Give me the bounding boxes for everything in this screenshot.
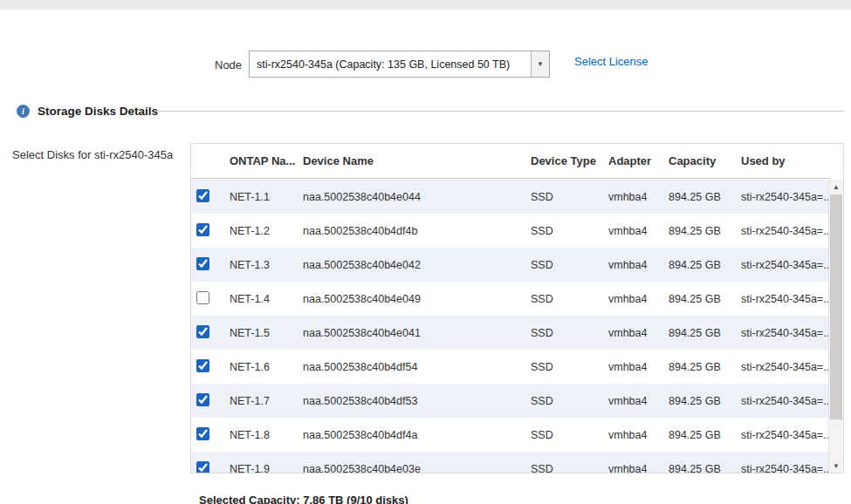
checkbox-cell bbox=[191, 325, 230, 341]
disk-table: ONTAP Na... Device Name Device Type Adap… bbox=[190, 143, 844, 473]
device-name-cell: naa.5002538c40b4df53 bbox=[303, 395, 531, 407]
section-divider bbox=[157, 111, 844, 112]
capacity-cell: 894.25 GB bbox=[669, 293, 741, 305]
checkbox-cell bbox=[191, 223, 230, 239]
used-by-cell: sti-rx2540-345a=... bbox=[741, 361, 830, 373]
used-by-cell: sti-rx2540-345a=... bbox=[741, 259, 830, 271]
ontap-name-cell: NET-1.9 bbox=[230, 463, 303, 474]
adapter-cell: vmhba4 bbox=[608, 429, 669, 441]
capacity-cell: 894.25 GB bbox=[669, 361, 741, 373]
table-row: NET-1.2 naa.5002538c40b4df4b SSD vmhba4 … bbox=[191, 214, 830, 248]
checkbox-cell bbox=[191, 427, 230, 443]
disk-checkbox[interactable] bbox=[196, 291, 209, 304]
scroll-up-icon[interactable]: ▲ bbox=[829, 180, 843, 194]
ontap-name-cell: NET-1.1 bbox=[230, 191, 303, 203]
info-icon: i bbox=[17, 105, 30, 118]
device-name-cell: naa.5002538c40b4e041 bbox=[303, 327, 531, 339]
ontap-name-cell: NET-1.8 bbox=[230, 429, 303, 441]
adapter-cell: vmhba4 bbox=[608, 327, 669, 339]
chevron-down-icon[interactable]: ▼ bbox=[531, 51, 549, 77]
disk-checkbox[interactable] bbox=[196, 461, 209, 474]
ontap-name-cell: NET-1.5 bbox=[230, 327, 303, 339]
adapter-cell: vmhba4 bbox=[608, 395, 669, 407]
device-name-cell: naa.5002538c40b4df4b bbox=[303, 225, 531, 237]
column-header-device-type: Device Type bbox=[531, 154, 608, 167]
ontap-name-cell: NET-1.4 bbox=[230, 293, 303, 305]
disk-checkbox[interactable] bbox=[196, 189, 209, 202]
column-header-capacity: Capacity bbox=[669, 154, 741, 167]
column-header-device-name: Device Name bbox=[303, 154, 531, 167]
adapter-cell: vmhba4 bbox=[608, 361, 669, 373]
disk-checkbox[interactable] bbox=[196, 223, 209, 236]
disk-checkbox[interactable] bbox=[196, 427, 209, 440]
node-label: Node bbox=[215, 58, 242, 72]
device-type-cell: SSD bbox=[531, 293, 608, 305]
capacity-cell: 894.25 GB bbox=[669, 463, 741, 474]
scrollbar-thumb[interactable] bbox=[830, 194, 842, 419]
device-type-cell: SSD bbox=[531, 259, 608, 271]
table-scrollbar[interactable]: ▲ ▼ bbox=[828, 180, 843, 473]
checkbox-cell bbox=[191, 359, 230, 375]
adapter-cell: vmhba4 bbox=[608, 225, 669, 237]
used-by-cell: sti-rx2540-345a=... bbox=[741, 429, 830, 441]
used-by-cell: sti-rx2540-345a=... bbox=[741, 463, 830, 474]
disk-checkbox[interactable] bbox=[196, 257, 209, 270]
disk-checkbox[interactable] bbox=[196, 325, 209, 338]
used-by-cell: sti-rx2540-345a=... bbox=[741, 327, 830, 339]
device-type-cell: SSD bbox=[531, 225, 608, 237]
column-header-adapter: Adapter bbox=[608, 154, 669, 167]
column-header-ontap-name: ONTAP Na... bbox=[230, 154, 303, 167]
device-type-cell: SSD bbox=[531, 395, 608, 407]
table-row: NET-1.4 naa.5002538c40b4e049 SSD vmhba4 … bbox=[191, 282, 830, 316]
adapter-cell: vmhba4 bbox=[608, 463, 669, 474]
device-name-cell: naa.5002538c40b4e042 bbox=[303, 259, 531, 271]
select-license-link[interactable]: Select License bbox=[574, 55, 649, 68]
checkbox-cell bbox=[191, 257, 230, 273]
device-name-cell: naa.5002538c40b4e044 bbox=[303, 191, 531, 203]
node-select[interactable]: sti-rx2540-345a (Capacity: 135 GB, Licen… bbox=[249, 51, 550, 78]
adapter-cell: vmhba4 bbox=[608, 293, 669, 305]
table-row: NET-1.3 naa.5002538c40b4e042 SSD vmhba4 … bbox=[191, 248, 830, 282]
adapter-cell: vmhba4 bbox=[608, 191, 669, 203]
device-type-cell: SSD bbox=[531, 429, 608, 441]
ontap-name-cell: NET-1.6 bbox=[230, 361, 303, 373]
device-name-cell: naa.5002538c40b4df54 bbox=[303, 361, 531, 373]
disk-checkbox[interactable] bbox=[196, 359, 209, 372]
table-row: NET-1.8 naa.5002538c40b4df4a SSD vmhba4 … bbox=[191, 418, 830, 452]
select-disks-label: Select Disks for sti-rx2540-345a bbox=[12, 148, 173, 161]
capacity-cell: 894.25 GB bbox=[669, 225, 741, 237]
table-header-row: ONTAP Na... Device Name Device Type Adap… bbox=[191, 144, 830, 179]
used-by-cell: sti-rx2540-345a=... bbox=[741, 191, 830, 203]
ontap-name-cell: NET-1.7 bbox=[230, 395, 303, 407]
table-row: NET-1.7 naa.5002538c40b4df53 SSD vmhba4 … bbox=[191, 384, 830, 418]
table-row: NET-1.6 naa.5002538c40b4df54 SSD vmhba4 … bbox=[191, 350, 830, 384]
top-divider-strip bbox=[0, 0, 851, 10]
ontap-name-cell: NET-1.2 bbox=[230, 225, 303, 237]
capacity-cell: 894.25 GB bbox=[669, 191, 741, 203]
device-type-cell: SSD bbox=[531, 463, 608, 474]
used-by-cell: sti-rx2540-345a=... bbox=[741, 395, 830, 407]
device-type-cell: SSD bbox=[531, 361, 608, 373]
capacity-cell: 894.25 GB bbox=[669, 327, 741, 339]
device-name-cell: naa.5002538c40b4e049 bbox=[303, 293, 531, 305]
storage-disks-page: Node sti-rx2540-345a (Capacity: 135 GB, … bbox=[0, 0, 851, 504]
capacity-cell: 894.25 GB bbox=[669, 429, 741, 441]
ontap-name-cell: NET-1.3 bbox=[230, 259, 303, 271]
table-row: NET-1.9 naa.5002538c40b4e03e SSD vmhba4 … bbox=[191, 452, 830, 473]
checkbox-cell bbox=[191, 461, 230, 474]
adapter-cell: vmhba4 bbox=[608, 259, 669, 271]
capacity-cell: 894.25 GB bbox=[669, 395, 741, 407]
checkbox-cell bbox=[191, 189, 230, 205]
selected-capacity-summary: Selected Capacity: 7.86 TB (9/10 disks) bbox=[199, 494, 408, 504]
device-name-cell: naa.5002538c40b4df4a bbox=[303, 429, 531, 441]
scroll-down-icon[interactable]: ▼ bbox=[829, 459, 843, 473]
table-body: NET-1.1 naa.5002538c40b4e044 SSD vmhba4 … bbox=[191, 180, 830, 473]
used-by-cell: sti-rx2540-345a=... bbox=[741, 293, 830, 305]
disk-checkbox[interactable] bbox=[196, 393, 209, 406]
device-type-cell: SSD bbox=[531, 327, 608, 339]
table-row: NET-1.5 naa.5002538c40b4e041 SSD vmhba4 … bbox=[191, 316, 830, 350]
section-title: Storage Disks Details bbox=[38, 105, 158, 118]
table-row: NET-1.1 naa.5002538c40b4e044 SSD vmhba4 … bbox=[191, 180, 830, 214]
used-by-cell: sti-rx2540-345a=... bbox=[741, 225, 830, 237]
capacity-cell: 894.25 GB bbox=[669, 259, 741, 271]
